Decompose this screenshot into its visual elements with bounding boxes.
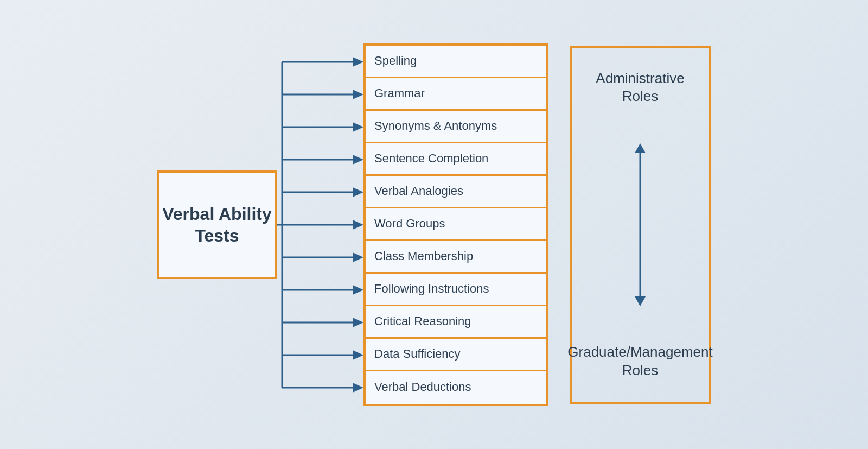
svg-marker-24 [635, 143, 646, 153]
svg-marker-11 [353, 187, 363, 197]
double-arrow-svg [632, 143, 648, 306]
administrative-roles-label: Administrative Roles [583, 69, 698, 106]
svg-marker-9 [353, 155, 363, 165]
diagram-container: Verbal Ability Tests [157, 43, 711, 406]
arrows-svg [277, 46, 363, 404]
svg-marker-3 [353, 57, 363, 67]
test-item-synonyms: Synonyms & Antonyms [366, 111, 546, 143]
test-item-sentence-completion: Sentence Completion [366, 143, 546, 176]
svg-marker-17 [353, 285, 363, 295]
main-box-label: Verbal Ability Tests [159, 203, 275, 246]
main-box: Verbal Ability Tests [157, 170, 277, 279]
tests-column: Spelling Grammar Synonyms & Antonyms Sen… [363, 43, 548, 406]
graduate-roles-label: Graduate/Management Roles [567, 343, 712, 380]
test-item-verbal-analogies: Verbal Analogies [366, 176, 546, 208]
double-arrow [583, 106, 698, 343]
test-item-grammar: Grammar [366, 78, 546, 111]
arrows-container [277, 46, 363, 404]
svg-marker-5 [353, 90, 363, 99]
svg-marker-23 [353, 383, 363, 393]
roles-column: Administrative Roles Graduate/Management… [570, 46, 711, 404]
svg-marker-15 [353, 252, 363, 262]
test-item-data-sufficiency: Data Sufficiency [366, 339, 546, 371]
test-item-following-instructions: Following Instructions [366, 274, 546, 306]
svg-marker-7 [353, 122, 363, 132]
svg-marker-13 [353, 220, 363, 230]
svg-marker-26 [635, 296, 646, 306]
svg-marker-21 [353, 350, 363, 360]
svg-marker-19 [353, 318, 363, 327]
test-item-class-membership: Class Membership [366, 241, 546, 274]
test-item-spelling: Spelling [366, 46, 546, 78]
test-item-critical-reasoning: Critical Reasoning [366, 306, 546, 339]
test-item-word-groups: Word Groups [366, 208, 546, 241]
test-item-verbal-deductions: Verbal Deductions [366, 371, 546, 404]
